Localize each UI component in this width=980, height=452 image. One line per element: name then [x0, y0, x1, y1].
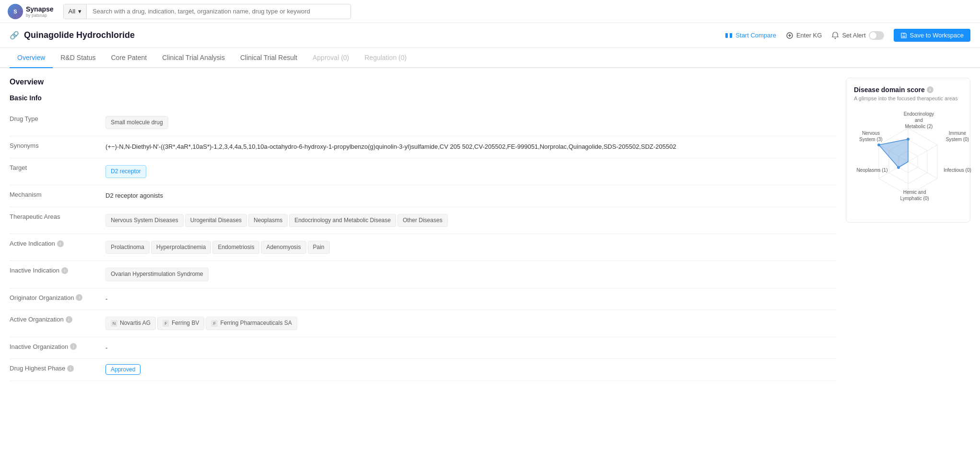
target-label: Target [10, 164, 96, 171]
radar-label-hemic: Hemic andLymphatic (0) [896, 189, 934, 202]
therapeutic-area-tag: Endocrinology and Metabolic Disease [289, 214, 396, 227]
org-icon: F [163, 320, 169, 327]
inactive-indication-value: Ovarian Hyperstimulation Syndrome [105, 267, 836, 282]
logo-icon: S [8, 4, 23, 19]
search-filter-dropdown[interactable]: All ▾ [64, 4, 87, 19]
radar-point-nervous [877, 143, 880, 146]
search-bar: All ▾ [63, 4, 351, 19]
target-tag[interactable]: D2 receptor [105, 165, 146, 178]
drug-type-label: Drug Type [10, 115, 96, 122]
synonyms-row: Synonyms (+−)-N,N-Diethyl-N'-((3R*,4aR*,… [10, 136, 836, 158]
radar-label-neoplasms: Neoplasms (1) [855, 167, 889, 173]
radar-label-nervous: NervousSystem (3) [855, 130, 887, 143]
save-icon [900, 32, 907, 39]
content-left: Overview Basic Info Drug Type Small mole… [10, 78, 836, 381]
panel-subtitle: A glimpse into the focused therapeutic a… [854, 95, 962, 101]
active-org-value: NNovartis AGFFerring BVFFerring Pharmace… [105, 316, 836, 331]
mechanism-row: Mechanism D2 receptor agonists [10, 185, 836, 207]
active-indication-info-icon[interactable]: i [57, 240, 64, 247]
tab-overview[interactable]: Overview [10, 48, 53, 68]
radar-polygon [879, 139, 908, 167]
drug-icon: 🔗 [10, 31, 19, 40]
inactive-indication-info-icon[interactable]: i [61, 267, 68, 274]
logo-text: Synapse by patsnap [26, 5, 54, 18]
tab-approval: Approval (0) [305, 48, 357, 68]
overview-section-title: Overview [10, 78, 836, 86]
logo: S Synapse by patsnap [8, 4, 54, 19]
therapeutic-areas-label: Therapeutic Areas [10, 213, 96, 220]
search-input[interactable] [87, 8, 350, 15]
drug-title-bar: 🔗 Quinagolide Hydrochloride Start Compar… [0, 23, 980, 48]
active-indication-value: ProlactinomaHyperprolactinemiaEndometrio… [105, 240, 836, 255]
therapeutic-areas-row: Therapeutic Areas Nervous System Disease… [10, 207, 836, 234]
highest-phase-info-icon[interactable]: i [67, 365, 74, 372]
active-org-tag[interactable]: NNovartis AG [105, 317, 156, 330]
org-icon: N [111, 320, 117, 327]
active-org-tag[interactable]: FFerring Pharmaceuticals SA [206, 317, 297, 330]
inactive-org-value: - [105, 343, 836, 353]
active-org-label: Active Organization i [10, 316, 96, 323]
drug-type-value: Small molecule drug [105, 115, 836, 130]
drug-type-row: Drug Type Small molecule drug [10, 109, 836, 136]
radar-label-endocrinology: Endocrinology andMetabolic (2) [899, 111, 938, 130]
radar-chart: Endocrinology andMetabolic (2) ImmuneSys… [855, 109, 961, 214]
radar-point-neoplasms [897, 166, 900, 169]
therapeutic-areas-value: Nervous System DiseasesUrogenital Diseas… [105, 213, 836, 228]
svg-rect-1 [730, 33, 732, 38]
highest-phase-tag: Approved [105, 364, 140, 375]
mechanism-value: D2 receptor agonists [105, 191, 836, 201]
active-org-info-icon[interactable]: i [66, 316, 72, 323]
kg-icon [786, 32, 793, 39]
org-icon: F [211, 320, 218, 327]
tab-rd-status[interactable]: R&D Status [53, 48, 103, 68]
synonyms-value: (+−)-N,N-Diethyl-N'-((3R*,4aR*,10aS*)-1,… [105, 142, 836, 152]
inactive-indication-label: Inactive Indication i [10, 267, 96, 274]
therapeutic-area-tag: Urogenital Diseases [185, 214, 247, 227]
inactive-org-label: Inactive Organization i [10, 343, 96, 350]
compare-icon [725, 32, 733, 39]
set-alert-button[interactable]: Set Alert [831, 31, 884, 40]
alert-toggle[interactable] [869, 31, 884, 40]
start-compare-button[interactable]: Start Compare [725, 32, 776, 39]
originator-org-info-icon[interactable]: i [76, 294, 82, 301]
drug-type-tag: Small molecule drug [105, 116, 168, 129]
panel-info-icon[interactable]: i [927, 86, 933, 93]
radar-label-infectious: Infectious (0) [942, 167, 973, 173]
target-row: Target D2 receptor [10, 158, 836, 185]
originator-org-row: Originator Organization i - [10, 288, 836, 310]
tab-clinical-trial-result[interactable]: Clinical Trial Result [233, 48, 305, 68]
active-indication-tag: Hyperprolactinemia [151, 241, 211, 254]
originator-org-label: Originator Organization i [10, 294, 96, 301]
inactive-org-row: Inactive Organization i - [10, 337, 836, 359]
therapeutic-area-tag: Nervous System Diseases [105, 214, 184, 227]
active-indication-tag: Adenomyosis [261, 241, 306, 254]
inactive-org-info-icon[interactable]: i [70, 343, 77, 350]
tab-clinical-trial-analysis[interactable]: Clinical Trial Analysis [154, 48, 233, 68]
inactive-indication-row: Inactive Indication i Ovarian Hyperstimu… [10, 261, 836, 288]
highest-phase-row: Drug Highest Phase i Approved [10, 359, 836, 381]
active-indication-row: Active Indication i ProlactinomaHyperpro… [10, 234, 836, 261]
svg-rect-0 [725, 33, 728, 38]
alert-icon [831, 32, 839, 39]
svg-point-3 [835, 37, 836, 38]
org-name: Ferring Pharmaceuticals SA [220, 319, 292, 328]
drug-title: Quinagolide Hydrochloride [24, 30, 135, 40]
svg-rect-4 [902, 36, 905, 37]
inactive-indication-tag: Ovarian Hyperstimulation Syndrome [105, 268, 209, 281]
enter-kg-button[interactable]: Enter KG [786, 32, 822, 39]
active-org-tag[interactable]: FFerring BV [157, 317, 204, 330]
active-indication-tag: Pain [308, 241, 330, 254]
active-org-row: Active Organization i NNovartis AGFFerri… [10, 310, 836, 337]
org-name: Novartis AG [120, 319, 151, 328]
tab-core-patent[interactable]: Core Patent [104, 48, 155, 68]
active-indication-tag: Prolactinoma [105, 241, 150, 254]
save-to-workspace-button[interactable]: Save to Workspace [894, 29, 970, 42]
tab-regulation: Regulation (0) [357, 48, 414, 68]
active-indication-label: Active Indication i [10, 240, 96, 247]
panel-title: Disease domain score i [854, 86, 962, 94]
active-indication-tag: Endometriosis [212, 241, 259, 254]
highest-phase-label: Drug Highest Phase i [10, 365, 96, 372]
main-content: Overview Basic Info Drug Type Small mole… [0, 68, 980, 391]
therapeutic-area-tag: Other Diseases [397, 214, 448, 227]
therapeutic-area-tag: Neoplasms [248, 214, 288, 227]
